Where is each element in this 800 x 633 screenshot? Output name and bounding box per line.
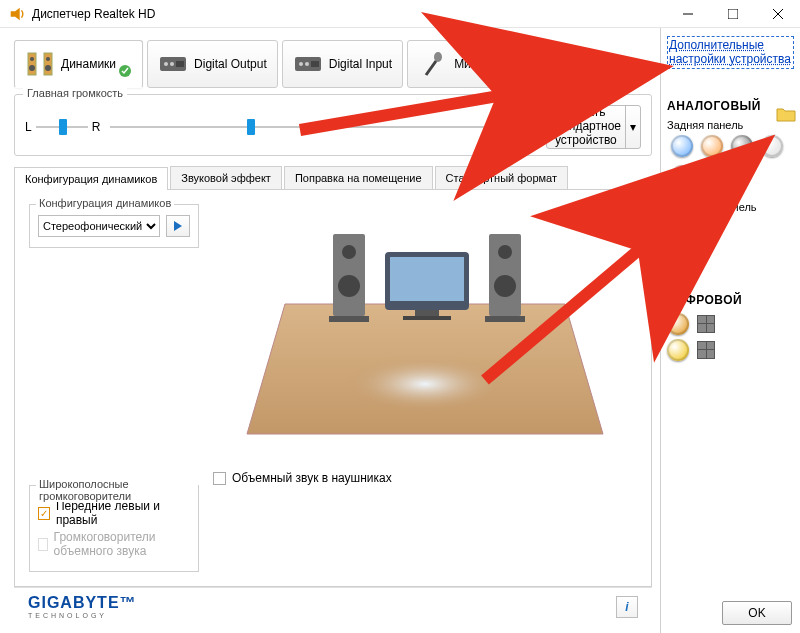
svg-rect-14 — [176, 61, 184, 67]
jack-digital-2[interactable] — [667, 339, 689, 361]
jack-blue[interactable] — [671, 135, 693, 157]
svg-point-17 — [305, 62, 309, 66]
svg-rect-33 — [485, 316, 525, 322]
titlebar: Диспетчер Realtek HD — [0, 0, 800, 28]
config-tab-content: Конфигурация динамиков Стереофонический … — [14, 190, 652, 587]
virtual-surround-checkbox[interactable]: Объемный звук в наушниках — [213, 471, 637, 485]
microphone-icon — [418, 49, 448, 79]
close-button[interactable] — [755, 0, 800, 28]
balance-l: L — [25, 120, 32, 134]
brand-logo: GIGABYTE™TECHNOLOGY — [28, 594, 137, 619]
play-test-button[interactable] — [166, 215, 190, 237]
balance-r: R — [92, 120, 101, 134]
tab-sound-effect[interactable]: Звуковой эффект — [170, 166, 282, 189]
tab-room-correction[interactable]: Поправка на помещение — [284, 166, 433, 189]
balance-slider[interactable] — [36, 118, 88, 136]
spdif-icon[interactable] — [697, 315, 715, 333]
speakers-icon — [25, 49, 55, 79]
device-tab-digital-input[interactable]: Digital Input — [282, 40, 403, 88]
jack-orange[interactable] — [701, 135, 723, 157]
fullrange-surround-checkbox: Громкоговорители объемного звука — [38, 530, 190, 558]
front-panel-jacks — [667, 213, 794, 273]
advanced-device-settings-link[interactable]: Дополнительные настройки устройства — [667, 36, 794, 69]
room-diagram — [213, 204, 637, 464]
maximize-button[interactable] — [710, 0, 755, 28]
jack-black[interactable] — [731, 135, 753, 157]
set-default-device-button[interactable]: Задать стандартное устройство ▾ — [546, 105, 641, 149]
device-tab-label: Динамики — [61, 57, 116, 71]
svg-point-8 — [46, 57, 50, 61]
info-button[interactable]: i — [616, 596, 638, 618]
speaker-sound-icon — [515, 120, 531, 134]
device-tab-speakers[interactable]: Динамики — [14, 40, 143, 88]
svg-rect-4 — [28, 53, 36, 75]
window-title: Диспетчер Realtek HD — [32, 7, 155, 21]
svg-point-6 — [30, 57, 34, 61]
svg-rect-29 — [329, 316, 369, 322]
ok-button[interactable]: OK — [722, 601, 792, 625]
svg-point-21 — [345, 356, 505, 412]
svg-point-12 — [164, 62, 168, 66]
svg-line-20 — [426, 61, 436, 75]
tab-speaker-config[interactable]: Конфигурация динамиков — [14, 167, 168, 190]
rack-icon — [158, 49, 188, 79]
checkbox-icon: ✓ — [38, 507, 50, 520]
main-volume-group: Главная громкость L R Задать — [14, 94, 652, 156]
svg-point-13 — [170, 62, 174, 66]
jack-red[interactable] — [671, 165, 693, 187]
jack-green[interactable] — [701, 165, 723, 187]
monitor-icon — [385, 252, 469, 320]
folder-icon[interactable] — [776, 106, 796, 122]
fullrange-front-checkbox[interactable]: ✓ Передние левый и правый — [38, 499, 190, 527]
analog-title: АНАЛОГОВЫЙ — [667, 99, 794, 113]
checkbox-icon — [213, 472, 226, 485]
svg-rect-5 — [44, 53, 52, 75]
svg-rect-23 — [390, 257, 464, 301]
speaker-config-select[interactable]: Стереофонический — [38, 215, 160, 237]
speaker-config-box: Конфигурация динамиков Стереофонический — [29, 204, 199, 248]
checkbox-icon — [38, 538, 48, 551]
device-tab-label: Микрофон — [454, 57, 512, 71]
jack-front-green[interactable] — [671, 217, 693, 239]
svg-rect-1 — [728, 9, 738, 19]
footer: GIGABYTE™TECHNOLOGY i — [14, 587, 652, 625]
spdif-icon[interactable] — [697, 341, 715, 359]
svg-point-16 — [299, 62, 303, 66]
mute-button[interactable] — [510, 115, 536, 139]
minimize-button[interactable] — [665, 0, 710, 28]
tab-default-format[interactable]: Стандартный формат — [435, 166, 568, 189]
jack-digital-1[interactable] — [667, 313, 689, 335]
digital-title: ЦИФРОВОЙ — [667, 293, 794, 307]
svg-point-31 — [498, 245, 512, 259]
front-panel-label: Передняя панель — [667, 201, 794, 213]
left-speaker-icon[interactable] — [329, 234, 369, 322]
right-panel: Дополнительные настройки устройства АНАЛ… — [660, 28, 800, 633]
svg-point-27 — [342, 245, 356, 259]
back-panel-jacks — [667, 131, 794, 191]
right-speaker-icon[interactable] — [485, 234, 525, 322]
back-panel-label: Задняя панель — [667, 119, 794, 131]
chevron-down-icon[interactable]: ▾ — [625, 106, 636, 148]
main-volume-legend: Главная громкость — [23, 87, 127, 99]
svg-rect-24 — [415, 310, 439, 316]
default-badge-icon — [118, 64, 132, 78]
svg-rect-18 — [311, 61, 319, 67]
svg-point-32 — [494, 275, 516, 297]
device-tab-label: Digital Input — [329, 57, 392, 71]
device-tabs: Динамики Digital Output Digital Input Ми… — [14, 40, 652, 88]
app-icon — [8, 5, 26, 23]
fullrange-box: Широкополосные громкоговорители ✓ Передн… — [29, 485, 199, 572]
svg-point-28 — [338, 275, 360, 297]
play-icon — [173, 221, 183, 231]
rack-icon — [293, 49, 323, 79]
svg-rect-25 — [403, 316, 451, 320]
device-tab-digital-output[interactable]: Digital Output — [147, 40, 278, 88]
digital-jacks — [667, 313, 794, 361]
svg-point-9 — [45, 65, 51, 71]
device-tab-microphone[interactable]: Микрофон — [407, 40, 523, 88]
jack-grey[interactable] — [761, 135, 783, 157]
volume-slider[interactable] — [110, 118, 499, 136]
svg-point-7 — [29, 65, 35, 71]
jack-front-pink[interactable] — [671, 247, 693, 269]
speaker-stage: Объемный звук в наушниках — [213, 204, 637, 572]
